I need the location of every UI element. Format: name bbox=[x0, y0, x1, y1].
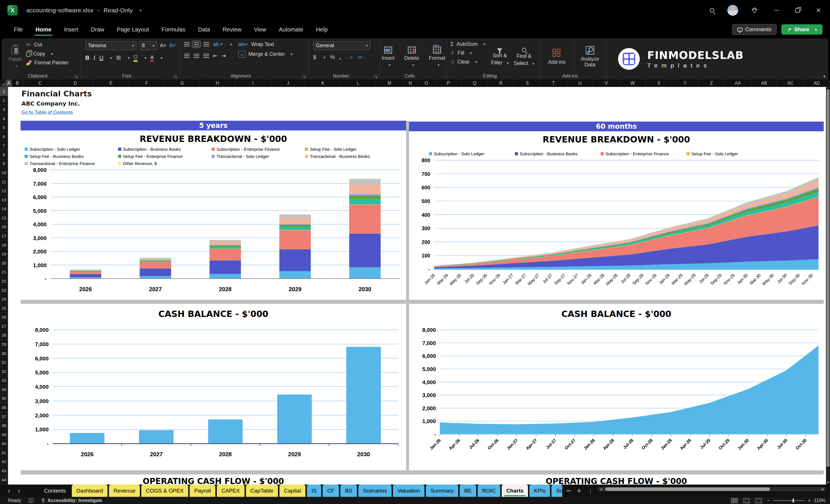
sheet-tab-is[interactable]: IS bbox=[307, 484, 321, 497]
comments-button[interactable]: Comments bbox=[732, 24, 777, 35]
row-header-23[interactable]: 23 bbox=[0, 286, 8, 295]
row-header-3[interactable]: 3 bbox=[0, 105, 8, 114]
row-header-1[interactable]: 1 bbox=[0, 87, 8, 96]
comma-format-button[interactable]: , bbox=[340, 54, 341, 60]
analyze-data-button[interactable]: AnalyzeData bbox=[574, 41, 602, 73]
row-header-20[interactable]: 20 bbox=[0, 259, 8, 268]
column-header-A[interactable]: A bbox=[6, 80, 12, 87]
row-header-6[interactable]: 6 bbox=[0, 132, 8, 141]
add-sheet-button[interactable]: + bbox=[577, 486, 581, 495]
chart-cash-balance-5y[interactable]: CASH BALANCE - $'000 8,0007,0006,0005,00… bbox=[21, 304, 406, 470]
row-header-21[interactable]: 21 bbox=[0, 268, 8, 277]
sheet-tab-capital[interactable]: Capital bbox=[280, 484, 306, 497]
chevron-down-icon[interactable]: ▾ bbox=[139, 8, 141, 12]
autosum-button[interactable]: ΣAutoSum▾ bbox=[450, 41, 485, 47]
zoom-in-button[interactable]: + bbox=[808, 498, 810, 503]
row-header-2[interactable]: 2 bbox=[0, 96, 8, 105]
paste-button[interactable]: Paste ▾ bbox=[6, 41, 25, 73]
copy-button[interactable]: Copy▾ bbox=[26, 51, 68, 57]
accounting-format-button[interactable]: $ bbox=[313, 54, 316, 60]
cut-button[interactable]: ✂Cut bbox=[26, 41, 68, 48]
horizontal-scrollbar-thumb[interactable] bbox=[605, 487, 770, 491]
align-center-button[interactable] bbox=[194, 54, 199, 58]
table-of-contents-link[interactable]: Go to Table of Contents bbox=[22, 110, 73, 115]
row-header-18[interactable]: 18 bbox=[0, 241, 8, 250]
column-header-P[interactable]: P bbox=[435, 80, 461, 87]
addins-button[interactable]: Add-ins bbox=[545, 41, 568, 73]
page-layout-view-button[interactable] bbox=[743, 498, 750, 503]
row-header-9[interactable]: 9 bbox=[0, 159, 8, 168]
wrap-text-button[interactable]: ab↩Wrap Text bbox=[238, 41, 293, 48]
menu-tab-view[interactable]: View bbox=[249, 24, 272, 36]
number-format-select[interactable]: General▾ bbox=[313, 41, 371, 50]
prev-sheet-button[interactable]: ‹ bbox=[8, 487, 10, 495]
column-header-AB[interactable]: AB bbox=[751, 80, 777, 87]
vertical-scrollbar-thumb[interactable] bbox=[827, 89, 829, 467]
chart-revenue-breakdown-60m[interactable]: REVENUE BREAKDOWN - $'000 Subscription -… bbox=[409, 132, 824, 299]
row-header-7[interactable]: 7 bbox=[0, 141, 8, 150]
row-header-16[interactable]: 16 bbox=[0, 223, 8, 232]
insert-cells-button[interactable]: Insert ▾ bbox=[379, 41, 397, 73]
align-bottom-button[interactable] bbox=[203, 42, 209, 46]
align-middle-button[interactable] bbox=[194, 42, 199, 46]
align-top-button[interactable] bbox=[184, 42, 190, 46]
grow-font-button[interactable]: A˄ bbox=[160, 43, 166, 49]
sheet-tab-kpis[interactable]: KPIs bbox=[530, 484, 550, 497]
font-size-select[interactable]: 8▾ bbox=[139, 41, 157, 50]
row-header-44[interactable]: 44 bbox=[0, 475, 8, 484]
chevron-down-icon[interactable]: ▾ bbox=[160, 56, 162, 60]
column-header-K[interactable]: K bbox=[306, 80, 341, 87]
readonly-badge[interactable]: Read-Only bbox=[103, 7, 133, 14]
premium-gem-icon[interactable] bbox=[752, 7, 758, 13]
sheet-tab-revenue[interactable]: Revenue bbox=[109, 484, 140, 497]
row-header-40[interactable]: 40 bbox=[0, 439, 8, 448]
increase-decimal-button[interactable]: ←.0 bbox=[346, 55, 352, 60]
row-header-43[interactable]: 43 bbox=[0, 466, 8, 475]
column-header-I[interactable]: I bbox=[235, 80, 271, 87]
row-header-35[interactable]: 35 bbox=[0, 394, 8, 403]
font-color-button[interactable]: A bbox=[150, 55, 154, 61]
sheet-tab-captable[interactable]: CapTable bbox=[246, 484, 278, 497]
minimize-button[interactable]: ─ bbox=[771, 7, 782, 14]
decrease-decimal-button[interactable]: .00→ bbox=[357, 55, 366, 60]
sheet-tab-valuation[interactable]: Valuation bbox=[393, 484, 424, 497]
page-break-view-button[interactable] bbox=[755, 498, 762, 503]
sheet-tab-dashboard[interactable]: Dashboard bbox=[72, 484, 107, 497]
share-button[interactable]: ↗ Share ▾ bbox=[781, 24, 823, 35]
column-header-H[interactable]: H bbox=[200, 80, 235, 87]
font-name-select[interactable]: Tahoma▾ bbox=[85, 41, 136, 50]
fill-color-button[interactable]: ⛉ bbox=[134, 55, 137, 61]
more-sheets-button[interactable]: ••• bbox=[566, 489, 571, 493]
horizontal-scrollbar[interactable]: ◀ ▶ bbox=[597, 487, 826, 492]
column-header-F[interactable]: F bbox=[129, 80, 165, 87]
accessibility-status[interactable]: Accessibility: Investigate bbox=[47, 498, 102, 503]
row-header-28[interactable]: 28 bbox=[0, 331, 8, 340]
row-header-13[interactable]: 13 bbox=[0, 195, 8, 204]
menu-tab-home[interactable]: Home bbox=[30, 24, 57, 36]
menu-tab-data[interactable]: Data bbox=[193, 24, 215, 36]
row-header-29[interactable]: 29 bbox=[0, 340, 8, 349]
zoom-level[interactable]: 110% bbox=[814, 498, 825, 503]
menu-tab-review[interactable]: Review bbox=[217, 24, 247, 36]
select-all-corner[interactable] bbox=[0, 80, 6, 87]
borders-button[interactable]: ⊞ bbox=[116, 54, 121, 62]
column-header-AA[interactable]: AA bbox=[725, 80, 751, 87]
chevron-down-icon[interactable]: ▾ bbox=[230, 42, 232, 46]
decrease-indent-button[interactable]: ⇤ bbox=[213, 53, 217, 59]
row-header-12[interactable]: 12 bbox=[0, 186, 8, 195]
row-header-34[interactable]: 34 bbox=[0, 385, 8, 394]
alignment-dialog-launcher[interactable]: ↘ bbox=[302, 75, 307, 78]
collapse-ribbon-button[interactable]: ▾ bbox=[823, 74, 825, 79]
row-header-27[interactable]: 27 bbox=[0, 322, 8, 331]
orientation-button[interactable]: ab↗ bbox=[213, 41, 223, 48]
format-painter-button[interactable]: Format Painter bbox=[26, 60, 68, 66]
percent-format-button[interactable]: % bbox=[330, 54, 335, 60]
sheet-tab-cogs-opex[interactable]: COGS & OPEX bbox=[141, 484, 188, 497]
row-header-17[interactable]: 17 bbox=[0, 231, 8, 241]
column-header-M[interactable]: M bbox=[376, 80, 403, 87]
underline-button[interactable]: U bbox=[99, 55, 103, 61]
row-header-4[interactable]: 4 bbox=[0, 114, 8, 123]
italic-button[interactable]: I bbox=[93, 55, 95, 61]
increase-indent-button[interactable]: ⇥ bbox=[221, 53, 226, 59]
column-header-C[interactable]: C bbox=[23, 80, 58, 87]
